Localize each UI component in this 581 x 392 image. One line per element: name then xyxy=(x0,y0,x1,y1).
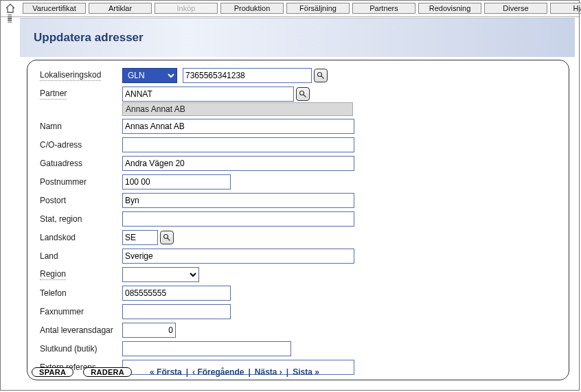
label-telefon: Telefon xyxy=(40,288,122,298)
svg-line-3 xyxy=(304,95,306,97)
label-postort: Postort xyxy=(40,196,122,205)
antal-leveransdagar-input[interactable] xyxy=(122,323,176,338)
pager: « Första | ‹ Föregående | Nästa › | Sist… xyxy=(150,367,319,377)
svg-line-5 xyxy=(168,238,170,241)
radera-button[interactable]: RADERA xyxy=(83,367,132,377)
slutkund-input[interactable] xyxy=(122,341,291,356)
label-namn: Namn xyxy=(40,122,122,131)
pager-first[interactable]: « Första xyxy=(150,367,182,377)
landskod-input[interactable] xyxy=(122,230,158,245)
page-header: Uppdatera adresser xyxy=(20,18,575,57)
form-panel: Lokaliseringskod GLN Partner Annas Annat… xyxy=(27,60,569,380)
search-partner-button[interactable] xyxy=(296,87,310,101)
tab-f-rs-ljning[interactable]: Försäljning xyxy=(286,3,350,14)
tab-varucertifikat[interactable]: Varucertifikat xyxy=(23,3,86,14)
label-postnummer: Postnummer xyxy=(40,177,122,187)
label-antal-leveransdagar: Antal leveransdagar xyxy=(40,325,122,335)
label-land: Land xyxy=(40,251,122,261)
pager-last[interactable]: Sista » xyxy=(293,367,319,377)
postnummer-input[interactable] xyxy=(122,174,231,189)
label-gatuadress: Gatuadress xyxy=(40,159,122,168)
svg-point-0 xyxy=(318,73,322,77)
label-stat-region: Stat, region xyxy=(40,214,122,224)
pager-next[interactable]: Nästa › xyxy=(255,367,282,377)
tab-redovisning[interactable]: Redovisning xyxy=(418,3,481,14)
label-coadress: C/O-adress xyxy=(40,140,122,150)
tab-hj-lp[interactable]: Hjälp xyxy=(550,3,581,14)
main-tabs: VarucertifikatArtiklarInköpProduktionFör… xyxy=(23,3,581,14)
label-slutkund: Slutkund (butik) xyxy=(40,344,122,354)
label-region: Region xyxy=(40,269,122,280)
faxnummer-input[interactable] xyxy=(122,304,231,319)
label-partner: Partner xyxy=(40,89,122,100)
tab-produktion[interactable]: Produktion xyxy=(220,3,284,14)
land-input[interactable] xyxy=(122,249,354,264)
label-faxnummer: Faxnummer xyxy=(40,307,122,316)
svg-point-2 xyxy=(300,91,304,95)
region-select[interactable] xyxy=(122,267,199,282)
tab-diverse[interactable]: Diverse xyxy=(484,3,547,14)
tab-ink-p: Inköp xyxy=(155,3,218,14)
lokaliseringskod-type-select[interactable]: GLN xyxy=(122,68,177,83)
svg-point-4 xyxy=(164,235,168,239)
telefon-input[interactable] xyxy=(122,286,231,301)
spara-button[interactable]: SPARA xyxy=(32,367,73,377)
svg-line-1 xyxy=(321,76,324,79)
sidebar-handle[interactable]: ≡≡≡ xyxy=(3,16,16,25)
coadress-input[interactable] xyxy=(122,137,354,152)
page-title: Uppdatera adresser xyxy=(34,31,144,45)
namn-input[interactable] xyxy=(122,119,354,134)
pager-prev[interactable]: ‹ Föregående xyxy=(192,367,244,377)
gatuadress-input[interactable] xyxy=(122,156,354,171)
tab-artiklar[interactable]: Artiklar xyxy=(89,3,152,14)
postort-input[interactable] xyxy=(122,193,354,208)
partner-input[interactable] xyxy=(122,87,294,102)
search-lokaliseringskod-button[interactable] xyxy=(314,69,328,82)
stat-region-input[interactable] xyxy=(122,211,354,227)
label-lokaliseringskod: Lokaliseringskod xyxy=(40,70,122,81)
label-landskod: Landskod xyxy=(40,233,122,242)
lokaliseringskod-input[interactable] xyxy=(183,68,312,83)
partner-autocomplete-item[interactable]: Annas Annat AB xyxy=(122,102,353,116)
tab-partners[interactable]: Partners xyxy=(352,3,415,14)
search-landskod-button[interactable] xyxy=(160,231,174,244)
